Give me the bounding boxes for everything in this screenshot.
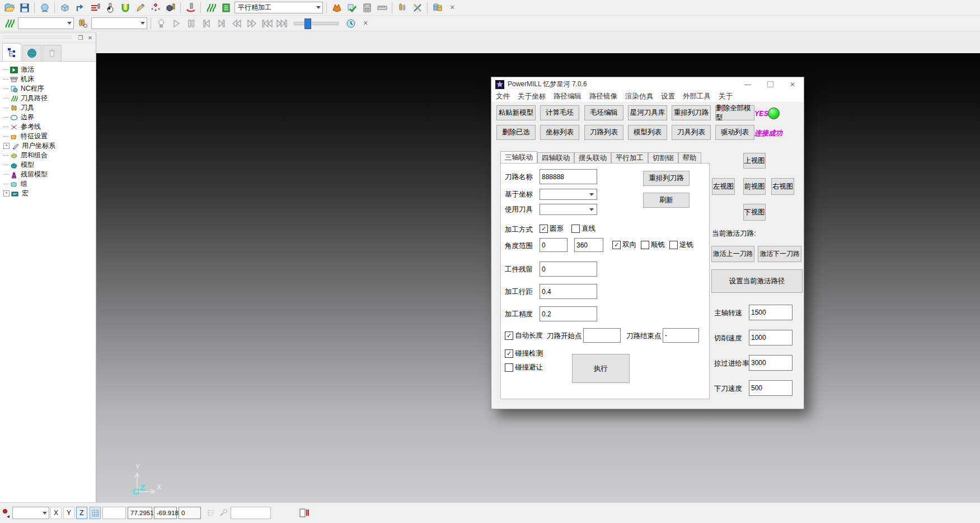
speed-input-掠过进给率[interactable] bbox=[749, 355, 793, 371]
fox-tool-icon[interactable] bbox=[329, 1, 344, 15]
auto-length-checkbox[interactable]: ✓自动长度 bbox=[505, 331, 543, 340]
action-button-模型列表[interactable]: 模型列表 bbox=[628, 125, 667, 140]
action-button-删除已选[interactable]: 删除已选 bbox=[496, 125, 536, 140]
boundary-u-icon[interactable] bbox=[118, 1, 133, 15]
tab-摆头联动[interactable]: 摆头联动 bbox=[574, 152, 611, 163]
clock-icon[interactable] bbox=[343, 16, 358, 31]
points-diamond-icon[interactable] bbox=[148, 1, 163, 15]
step-back-icon[interactable] bbox=[199, 16, 214, 31]
tree-item-参考线[interactable]: 参考线 bbox=[3, 122, 96, 132]
close-toolbar-icon[interactable]: ✕ bbox=[447, 3, 457, 13]
action-button-删除全部模型[interactable]: 删除全部模型 bbox=[715, 105, 754, 120]
sim1-combobox[interactable] bbox=[18, 17, 74, 29]
checkbox-box[interactable] bbox=[669, 241, 678, 249]
direction-option-顺铣[interactable]: 顺铣 bbox=[641, 240, 665, 250]
leads-arrow-icon[interactable] bbox=[72, 1, 87, 15]
tree-tab[interactable] bbox=[2, 43, 21, 61]
collision-check-checkbox[interactable]: ✓碰撞检测 bbox=[505, 349, 543, 358]
menu-关于[interactable]: 关于 bbox=[719, 92, 733, 101]
base-coord-select[interactable] bbox=[540, 189, 597, 200]
tree-item-NC程序[interactable]: NC程序 bbox=[3, 84, 96, 94]
block-cube-icon[interactable] bbox=[57, 1, 72, 15]
cut-scissors-icon[interactable] bbox=[410, 1, 425, 15]
axis-button-Y[interactable]: Y bbox=[63, 507, 74, 519]
pause-icon[interactable] bbox=[184, 16, 199, 31]
speed-input-下刀速度[interactable] bbox=[749, 380, 793, 396]
action-button-重排列刀路[interactable]: 重排列刀路 bbox=[672, 105, 711, 120]
toolpath-list-icon[interactable] bbox=[218, 1, 233, 15]
maximize-button[interactable] bbox=[759, 77, 781, 91]
tree-item-组[interactable]: 组 bbox=[3, 179, 96, 189]
simulation-speed-slider[interactable] bbox=[294, 22, 339, 25]
tree-item-刀具[interactable]: 刀具 bbox=[3, 103, 96, 113]
action-button-刀路列表[interactable]: 刀路列表 bbox=[584, 125, 623, 140]
explorer-grip[interactable]: ❐ ✕ bbox=[0, 33, 96, 43]
toolpath-spring-icon[interactable] bbox=[203, 1, 218, 15]
expand-icon[interactable]: + bbox=[3, 143, 10, 149]
activate-prev-button[interactable]: 激活上一刀路 bbox=[711, 246, 754, 262]
tolerance-input[interactable] bbox=[540, 306, 597, 321]
tree-item-激活[interactable]: 激活 bbox=[3, 65, 96, 74]
toolpath-lines-icon[interactable] bbox=[87, 1, 102, 15]
verify-check-icon[interactable] bbox=[344, 1, 359, 15]
stock-cutter-icon[interactable] bbox=[163, 1, 178, 15]
rearrange-toolpath-button[interactable]: 重排列刀路 bbox=[643, 171, 690, 186]
grip-handle[interactable] bbox=[3, 36, 72, 40]
minimize-button[interactable]: — bbox=[737, 77, 759, 91]
dialog-titlebar[interactable]: PowerMILL 忆梦星河 7.0.6 — ✕ bbox=[491, 77, 804, 91]
collision-avoid-checkbox[interactable]: 碰撞避让 bbox=[505, 363, 543, 372]
tree-item-层和组合[interactable]: 层和组合 bbox=[3, 151, 96, 160]
simulate-arc-icon[interactable] bbox=[183, 1, 198, 15]
skip-end-icon[interactable] bbox=[274, 16, 289, 31]
view-bottom-button[interactable]: 下视图 bbox=[743, 204, 766, 221]
save-icon[interactable] bbox=[17, 1, 32, 15]
start-point-input[interactable] bbox=[583, 328, 621, 343]
angle-from-input[interactable] bbox=[540, 238, 568, 252]
rew-icon[interactable] bbox=[229, 16, 244, 31]
toolpath-spring-icon[interactable] bbox=[2, 16, 17, 31]
tree-item-用户坐标系[interactable]: +用户坐标系 bbox=[3, 141, 96, 151]
speed-input-切削速度[interactable] bbox=[749, 330, 793, 345]
end-point-input[interactable] bbox=[663, 328, 699, 343]
probe-icon[interactable] bbox=[218, 507, 228, 519]
menu-路径镜像[interactable]: 路径镜像 bbox=[589, 92, 617, 101]
doc-pause-icon[interactable] bbox=[298, 507, 310, 519]
action-button-驱动列表[interactable]: 驱动列表 bbox=[715, 125, 754, 140]
view-left-button[interactable]: 左视图 bbox=[712, 178, 735, 195]
mode-option-圆形[interactable]: ✓圆形 bbox=[540, 224, 564, 234]
action-button-毛坯编辑[interactable]: 毛坯编辑 bbox=[584, 105, 623, 120]
axis-button-Z[interactable]: Z bbox=[76, 507, 87, 519]
cylinder-pair-icon[interactable] bbox=[430, 1, 445, 15]
tree-item-模型[interactable]: 模型 bbox=[3, 160, 96, 170]
execute-button[interactable]: 执行 bbox=[572, 354, 630, 383]
menu-渲染仿真[interactable]: 渲染仿真 bbox=[625, 92, 653, 101]
grid-size-field[interactable] bbox=[102, 507, 126, 519]
open-folder-icon[interactable] bbox=[2, 1, 17, 15]
tool-pair-icon[interactable] bbox=[395, 1, 410, 15]
activate-next-button[interactable]: 激活下一刀路 bbox=[758, 246, 801, 262]
view-top-button[interactable]: 上视图 bbox=[743, 153, 766, 169]
tab-三轴联动[interactable]: 三轴联动 bbox=[500, 151, 537, 163]
tab-切割锯[interactable]: 切割锯 bbox=[648, 152, 678, 163]
axis-button-X[interactable]: X bbox=[50, 507, 62, 519]
mode-option-直线[interactable]: 直线 bbox=[571, 224, 595, 234]
menu-外部工具[interactable]: 外部工具 bbox=[683, 92, 711, 101]
close-panel-icon[interactable]: ✕ bbox=[86, 34, 94, 41]
expand-icon[interactable]: + bbox=[3, 190, 10, 197]
examine-sphere-icon[interactable] bbox=[37, 1, 52, 15]
use-tool-select[interactable] bbox=[540, 204, 597, 215]
ruler-icon[interactable] bbox=[374, 1, 390, 15]
view-front-button[interactable]: 前视图 bbox=[743, 178, 766, 195]
skip-start-icon[interactable] bbox=[259, 16, 274, 31]
grid-toggle-button[interactable] bbox=[90, 507, 101, 519]
menu-文件[interactable]: 文件 bbox=[496, 92, 510, 101]
bulb-icon[interactable] bbox=[153, 16, 168, 31]
checkbox-box[interactable]: ✓ bbox=[612, 241, 621, 249]
angle-to-input[interactable] bbox=[574, 238, 603, 252]
stock-remain-input[interactable] bbox=[540, 262, 597, 277]
action-button-刀具列表[interactable]: 刀具列表 bbox=[672, 125, 711, 140]
action-button-计算毛坯[interactable]: 计算毛坯 bbox=[540, 105, 579, 120]
ball-cutter-icon[interactable] bbox=[102, 1, 118, 15]
step-fwd-icon[interactable] bbox=[214, 16, 229, 31]
pattern-pencil-icon[interactable] bbox=[133, 1, 148, 15]
